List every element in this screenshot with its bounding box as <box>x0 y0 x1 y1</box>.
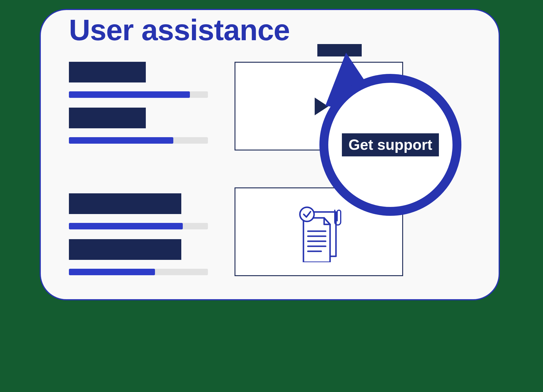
documents-icon <box>295 203 348 262</box>
content-block-4 <box>69 239 181 260</box>
progress-bar-2-fill <box>69 137 173 144</box>
content-block-1 <box>69 62 146 82</box>
svg-point-5 <box>300 207 314 221</box>
progress-bar-2 <box>69 137 208 144</box>
diagram-stage: User assistance <box>0 0 543 392</box>
progress-bar-3-fill <box>69 223 183 229</box>
progress-bar-3 <box>69 223 208 229</box>
get-support-button[interactable]: Get support <box>342 133 439 156</box>
progress-bar-1 <box>69 91 208 98</box>
progress-bar-4-fill <box>69 269 155 275</box>
progress-bar-4 <box>69 269 208 275</box>
content-block-2 <box>69 108 146 128</box>
panel-title: User assistance <box>69 13 290 47</box>
progress-bar-1-fill <box>69 91 190 98</box>
magnifier-lens: Get support <box>319 74 461 216</box>
content-block-3 <box>69 193 181 214</box>
